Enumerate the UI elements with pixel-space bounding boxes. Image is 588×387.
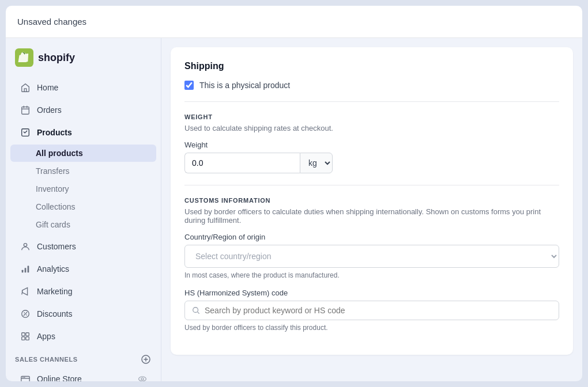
hs-code-search-wrapper [184, 301, 559, 320]
sidebar-item-home-label: Home [37, 83, 58, 92]
sidebar-item-apps-label: Apps [37, 332, 55, 341]
weight-section-title: WEIGHT [184, 113, 559, 120]
weight-description: Used to calculate shipping rates at chec… [184, 124, 559, 132]
sidebar-item-online-store[interactable]: Online Store [10, 368, 156, 381]
sidebar-item-discounts[interactable]: Discounts [10, 303, 156, 325]
weight-unit-select[interactable]: kg lb oz g [300, 153, 333, 173]
sidebar: shopify Home [6, 38, 161, 381]
svg-point-7 [24, 312, 25, 313]
svg-rect-4 [25, 268, 27, 272]
home-icon [20, 82, 31, 93]
analytics-icon [20, 263, 31, 275]
sidebar-subitem-transfers[interactable]: Transfers [10, 162, 156, 180]
weight-input-row: kg lb oz g [184, 153, 311, 173]
sidebar-item-analytics[interactable]: Analytics [10, 258, 156, 280]
add-sales-channel-button[interactable] [140, 354, 152, 365]
online-store-eye-icon [138, 374, 147, 381]
online-store-label: Online Store [37, 374, 82, 381]
hs-code-input[interactable] [205, 306, 552, 315]
physical-product-checkbox[interactable] [184, 81, 194, 90]
apps-icon [20, 331, 31, 342]
svg-rect-5 [28, 266, 29, 273]
svg-point-17 [139, 377, 146, 381]
sidebar-item-analytics-label: Analytics [37, 264, 69, 274]
customs-description: Used by border officers to calculate dut… [184, 207, 559, 225]
shopify-brand-name: shopify [38, 52, 75, 64]
svg-rect-12 [26, 337, 29, 340]
customers-icon [20, 241, 31, 252]
sidebar-logo: shopify [6, 45, 161, 76]
sidebar-item-marketing[interactable]: Marketing [10, 280, 156, 302]
weight-input[interactable] [184, 153, 300, 173]
sidebar-item-discounts-label: Discounts [37, 309, 72, 318]
shipping-section-title: Shipping [184, 61, 559, 71]
physical-product-label: This is a physical product [199, 81, 290, 90]
sidebar-item-orders-label: Orders [37, 105, 62, 115]
top-bar: Unsaved changes [6, 6, 582, 38]
sidebar-item-products-label: Products [37, 128, 72, 137]
shipping-card: Shipping This is a physical product WEIG… [171, 47, 573, 355]
svg-point-8 [26, 314, 27, 316]
sidebar-item-customers[interactable]: Customers [10, 236, 156, 257]
marketing-icon [20, 286, 31, 297]
hs-code-label: HS (Harmonized System) code [184, 289, 559, 297]
products-sub-menu: All products Transfers Inventory Collect… [6, 145, 161, 233]
online-store-left: Online Store [20, 373, 82, 381]
country-field-label: Country/Region of origin [184, 233, 559, 241]
sidebar-item-orders[interactable]: Orders [10, 99, 156, 121]
search-icon [192, 306, 200, 314]
sidebar-item-customers-label: Customers [37, 242, 76, 251]
sidebar-subitem-inventory[interactable]: Inventory [10, 180, 156, 198]
sidebar-subitem-gift-cards[interactable]: Gift cards [10, 216, 156, 233]
svg-rect-10 [26, 333, 29, 336]
divider-2 [184, 185, 559, 185]
orders-icon [20, 104, 31, 116]
online-store-icon [20, 373, 31, 381]
svg-rect-11 [22, 337, 25, 340]
country-select[interactable]: Select country/region [184, 245, 559, 268]
sidebar-item-products[interactable]: Products [10, 122, 156, 143]
svg-point-16 [24, 377, 25, 378]
main-content: Shipping This is a physical product WEIG… [161, 38, 582, 381]
svg-point-2 [24, 244, 27, 246]
weight-field-label: Weight [184, 141, 559, 149]
sidebar-item-marketing-label: Marketing [37, 287, 72, 296]
shopify-logo-icon [15, 48, 33, 67]
divider-1 [184, 101, 559, 102]
svg-point-15 [22, 377, 24, 378]
svg-rect-9 [22, 333, 25, 336]
hs-field-hint: Used by border officers to classify this… [184, 324, 559, 332]
svg-point-18 [141, 378, 144, 380]
sales-channels-header: SALES CHANNELS [6, 348, 161, 367]
sidebar-item-home[interactable]: Home [10, 77, 156, 98]
customs-section-title: CUSTOMS INFORMATION [184, 197, 559, 204]
svg-rect-3 [22, 270, 24, 273]
unsaved-changes-label: Unsaved changes [17, 17, 86, 26]
discounts-icon [20, 308, 31, 320]
sidebar-subitem-all-products[interactable]: All products [10, 145, 156, 162]
physical-product-row: This is a physical product [184, 81, 559, 90]
svg-rect-1 [22, 107, 29, 115]
sidebar-subitem-collections[interactable]: Collections [10, 198, 156, 215]
products-icon [20, 127, 31, 138]
sidebar-item-apps[interactable]: Apps [10, 325, 156, 347]
country-field-hint: In most cases, where the product is manu… [184, 271, 559, 279]
